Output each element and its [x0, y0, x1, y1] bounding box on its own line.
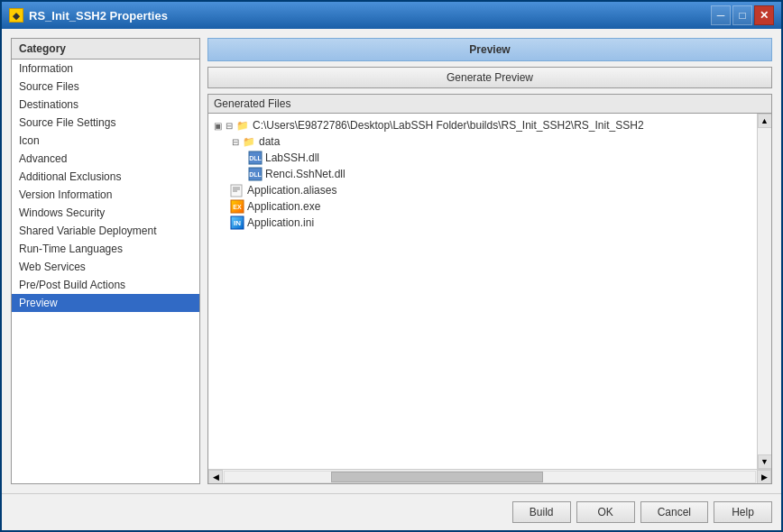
labssh-dll-icon: DLL: [248, 151, 263, 165]
ini-label: Application.ini: [247, 216, 314, 229]
sidebar-item-preview[interactable]: Preview: [12, 294, 199, 312]
collapse-icon: ▣: [212, 120, 223, 131]
svg-text:DLL: DLL: [249, 171, 262, 178]
renci-dll-icon: DLL: [248, 167, 263, 181]
generated-files-header: Generated Files: [208, 95, 771, 114]
exe-label: Application.exe: [247, 200, 320, 213]
content-area: Category Information Source Files Destin…: [2, 29, 781, 493]
bottom-bar: Build OK Cancel Help: [2, 493, 781, 530]
aliases-label: Application.aliases: [247, 184, 336, 197]
sidebar-item-run-time-languages[interactable]: Run-Time Languages: [12, 240, 199, 258]
scroll-down-arrow[interactable]: ▼: [758, 454, 772, 469]
ok-button[interactable]: OK: [576, 501, 635, 523]
exe-icon: EX: [230, 199, 244, 214]
root-path-label: C:\Users\E9872786\Desktop\LabSSH Folder\…: [253, 119, 644, 132]
file-tree-wrapper: ▣ ⊟ 📁 C:\Users\E9872786\Desktop\LabSSH F…: [208, 114, 771, 469]
vertical-scrollbar[interactable]: ▲ ▼: [757, 114, 771, 469]
tree-item-exe[interactable]: EX Application.exe: [212, 198, 753, 215]
tree-item-ini[interactable]: IN Application.ini: [212, 215, 753, 231]
tree-item-labssh-dll[interactable]: DLL LabSSH.dll: [212, 150, 753, 166]
tree-item-aliases[interactable]: Application.aliases: [212, 182, 753, 198]
tree-item-renci-dll[interactable]: DLL Renci.SshNet.dll: [212, 166, 753, 182]
sidebar-header: Category: [12, 39, 199, 60]
sidebar-item-information[interactable]: Information: [12, 60, 199, 78]
ini-icon: IN: [230, 216, 244, 230]
data-expand-icon: ⊟: [230, 136, 241, 147]
file-tree: ▣ ⊟ 📁 C:\Users\E9872786\Desktop\LabSSH F…: [208, 114, 757, 469]
sidebar-item-icon[interactable]: Icon: [12, 132, 199, 150]
title-controls: ─ □ ✕: [711, 5, 774, 25]
sidebar-item-additional-exclusions[interactable]: Additional Exclusions: [12, 168, 199, 186]
svg-text:DLL: DLL: [249, 155, 262, 161]
generate-preview-button[interactable]: Generate Preview: [207, 67, 772, 88]
data-folder-label: data: [259, 135, 280, 148]
window-icon: ◆: [9, 8, 23, 23]
tree-item-root[interactable]: ▣ ⊟ 📁 C:\Users\E9872786\Desktop\LabSSH F…: [212, 117, 753, 133]
sidebar-item-windows-security[interactable]: Windows Security: [12, 204, 199, 222]
sidebar-item-source-file-settings[interactable]: Source File Settings: [12, 114, 199, 132]
sidebar-item-version-information[interactable]: Version Information: [12, 186, 199, 204]
svg-text:IN: IN: [234, 219, 241, 227]
help-button[interactable]: Help: [714, 501, 772, 523]
aliases-icon: [230, 183, 244, 197]
sidebar-item-web-services[interactable]: Web Services: [12, 258, 199, 276]
tree-item-data-folder[interactable]: ⊟ 📁 data: [212, 133, 753, 150]
scroll-left-arrow[interactable]: ◀: [208, 470, 223, 484]
window-title: RS_Init_SSH2 Properties: [29, 9, 711, 23]
preview-header: Preview: [207, 38, 772, 61]
sidebar-item-advanced[interactable]: Advanced: [12, 150, 199, 168]
minus-icon: ⊟: [224, 120, 235, 131]
sidebar: Category Information Source Files Destin…: [11, 38, 200, 484]
minimize-button[interactable]: ─: [711, 5, 731, 25]
maximize-button[interactable]: □: [732, 5, 752, 25]
scroll-up-arrow[interactable]: ▲: [758, 114, 772, 128]
cancel-button[interactable]: Cancel: [640, 501, 708, 523]
title-bar: ◆ RS_Init_SSH2 Properties ─ □ ✕: [2, 2, 781, 29]
build-button[interactable]: Build: [512, 501, 571, 523]
scroll-right-arrow[interactable]: ▶: [757, 470, 771, 484]
svg-text:EX: EX: [233, 204, 242, 210]
horizontal-scrollbar[interactable]: ◀ ▶: [208, 469, 771, 483]
sidebar-item-pre-post-build-actions[interactable]: Pre/Post Build Actions: [12, 276, 199, 294]
sidebar-item-destinations[interactable]: Destinations: [12, 96, 199, 114]
data-folder-icon: 📁: [242, 134, 256, 149]
folder-open-icon: 📁: [235, 118, 250, 133]
main-window: ◆ RS_Init_SSH2 Properties ─ □ ✕ Category…: [0, 0, 783, 532]
renci-dll-label: Renci.SshNet.dll: [265, 168, 345, 180]
sidebar-item-shared-variable-deployment[interactable]: Shared Variable Deployment: [12, 222, 199, 240]
generated-files-box: Generated Files ▣ ⊟ 📁 C:\Users\E9872786\…: [207, 94, 772, 484]
sidebar-item-source-files[interactable]: Source Files: [12, 78, 199, 96]
labssh-dll-label: LabSSH.dll: [265, 151, 319, 164]
close-button[interactable]: ✕: [754, 5, 774, 25]
main-panel: Preview Generate Preview Generated Files…: [207, 38, 772, 484]
